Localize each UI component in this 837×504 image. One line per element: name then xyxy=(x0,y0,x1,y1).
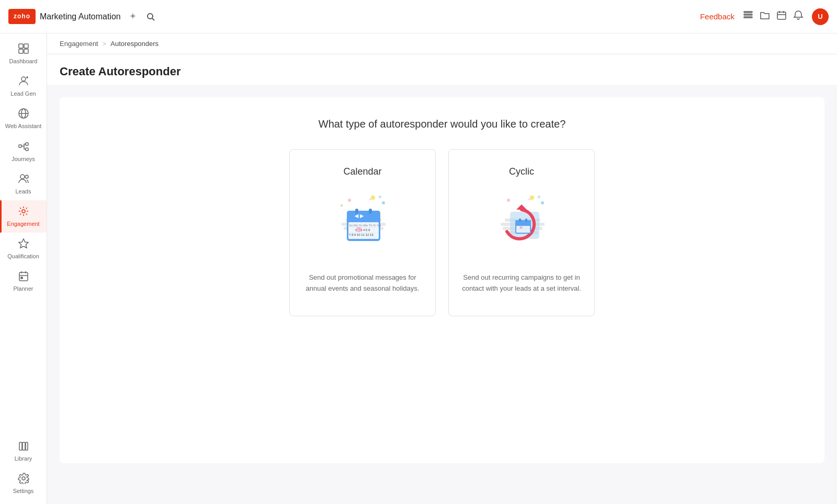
svg-point-48 xyxy=(341,204,343,207)
feedback-link[interactable]: Feedback xyxy=(700,12,734,21)
qualification-icon xyxy=(18,238,29,251)
sidebar-item-engagement[interactable]: Engagement xyxy=(0,200,47,233)
sidebar-label-library: Library xyxy=(15,455,32,462)
calendar-icon[interactable] xyxy=(776,10,787,23)
cards-row: Calendar + + xyxy=(72,149,812,316)
svg-text:zoho: zoho xyxy=(14,13,30,20)
topbar-right: Feedback xyxy=(700,8,829,25)
autoresponder-question: What type of autoresponder would you lik… xyxy=(72,118,812,130)
svg-point-77 xyxy=(541,201,544,204)
sidebar-item-lead-gen[interactable]: Lead Gen xyxy=(0,70,47,102)
svg-rect-89 xyxy=(519,219,521,222)
sidebar-label-journeys: Journeys xyxy=(12,156,35,163)
content-area: What type of autoresponder would you lik… xyxy=(47,85,837,504)
calendar-card-title: Calendar xyxy=(343,166,381,177)
svg-rect-59 xyxy=(355,209,358,214)
lead-gen-icon xyxy=(18,75,29,88)
cyclic-card-illustration: + + xyxy=(480,190,563,258)
sidebar-item-settings[interactable]: Settings xyxy=(0,467,47,500)
topbar-right-icons xyxy=(743,10,804,23)
page-title: Create Autoresponder xyxy=(60,65,824,78)
app-title: Marketing Automation xyxy=(40,12,121,21)
sidebar-bottom: Library Settings xyxy=(0,435,47,500)
cyclic-card[interactable]: Cyclic + + xyxy=(448,149,595,316)
list-icon[interactable] xyxy=(743,10,753,23)
svg-rect-11 xyxy=(19,44,23,48)
engagement-icon xyxy=(18,205,29,219)
svg-rect-88 xyxy=(515,223,531,225)
svg-point-2 xyxy=(148,14,153,19)
cyclic-card-title: Cyclic xyxy=(509,166,534,177)
svg-rect-57 xyxy=(347,216,380,220)
journeys-icon xyxy=(18,141,29,154)
cyclic-card-desc: Send out recurring campaigns to get in c… xyxy=(461,272,582,294)
svg-rect-7 xyxy=(777,12,786,19)
svg-point-96 xyxy=(520,226,523,229)
svg-point-25 xyxy=(25,175,28,178)
svg-rect-91 xyxy=(516,226,530,233)
avatar[interactable]: U xyxy=(812,8,829,25)
sidebar-item-qualification[interactable]: Qualification xyxy=(0,233,47,265)
svg-text:Su Mo Tu We Th Fr Sa: Su Mo Tu We Th Fr Sa xyxy=(349,224,381,227)
svg-text:+: + xyxy=(378,193,382,201)
svg-line-34 xyxy=(20,214,21,215)
svg-point-47 xyxy=(382,201,385,204)
sidebar-label-planner: Planner xyxy=(14,285,33,292)
sidebar-item-leads[interactable]: Leads xyxy=(0,168,47,200)
svg-line-31 xyxy=(20,208,21,209)
sidebar-label-web-assistant: Web Assistant xyxy=(5,123,42,130)
sidebar-item-journeys[interactable]: Journeys xyxy=(0,135,47,168)
breadcrumb-current: Autoresponders xyxy=(110,40,159,48)
sidebar-item-library[interactable]: Library xyxy=(0,435,47,467)
zoho-logo: zoho xyxy=(8,9,36,24)
svg-line-32 xyxy=(26,214,27,215)
search-button[interactable] xyxy=(143,9,159,25)
sidebar-item-planner[interactable]: Planner xyxy=(0,265,47,297)
svg-rect-5 xyxy=(744,14,752,15)
svg-text:+: + xyxy=(357,228,359,232)
folder-icon[interactable] xyxy=(760,10,770,23)
svg-text:+: + xyxy=(528,197,531,202)
breadcrumb-parent[interactable]: Engagement xyxy=(60,40,98,48)
main-content: Engagement > Autoresponders Create Autor… xyxy=(47,33,837,504)
svg-text:◀  ▶: ◀ ▶ xyxy=(354,213,364,219)
sidebar-label-lead-gen: Lead Gen xyxy=(10,90,36,97)
app-logo: zoho Marketing Automation xyxy=(8,9,121,24)
sidebar-label-qualification: Qualification xyxy=(7,253,39,260)
sidebar-label-settings: Settings xyxy=(13,488,34,495)
bell-icon[interactable] xyxy=(793,10,804,23)
breadcrumb-separator: > xyxy=(103,40,107,48)
svg-rect-21 xyxy=(19,145,21,147)
sidebar-label-engagement: Engagement xyxy=(7,221,39,227)
svg-rect-40 xyxy=(21,277,22,279)
sidebar: Dashboard Lead Gen xyxy=(0,33,47,504)
calendar-card[interactable]: Calendar + + xyxy=(289,149,436,316)
svg-marker-35 xyxy=(19,239,28,248)
svg-point-75 xyxy=(507,199,510,202)
breadcrumb: Engagement > Autoresponders xyxy=(47,33,837,54)
calendar-card-illustration: + + xyxy=(321,190,404,258)
dashboard-icon xyxy=(18,43,29,56)
svg-point-45 xyxy=(348,199,351,202)
svg-rect-22 xyxy=(26,143,28,145)
svg-rect-12 xyxy=(24,44,28,48)
sidebar-item-web-assistant[interactable]: Web Assistant xyxy=(0,102,47,135)
svg-rect-14 xyxy=(24,49,28,53)
svg-point-24 xyxy=(20,175,25,179)
svg-rect-43 xyxy=(26,442,28,450)
add-button[interactable]: + xyxy=(127,8,139,25)
svg-point-26 xyxy=(22,210,25,213)
topbar: zoho Marketing Automation + Feedback xyxy=(0,0,837,33)
content-inner: What type of autoresponder would you lik… xyxy=(60,97,824,463)
svg-rect-13 xyxy=(19,49,23,53)
svg-marker-85 xyxy=(516,204,527,210)
sidebar-item-dashboard[interactable]: Dashboard xyxy=(0,38,47,70)
web-assistant-icon xyxy=(18,108,29,121)
svg-rect-90 xyxy=(525,219,527,222)
svg-rect-42 xyxy=(22,442,25,450)
page-header: Create Autoresponder xyxy=(47,54,837,85)
svg-text:+: + xyxy=(369,197,372,202)
settings-icon xyxy=(18,473,29,486)
svg-line-3 xyxy=(152,18,154,20)
svg-rect-23 xyxy=(26,148,28,151)
